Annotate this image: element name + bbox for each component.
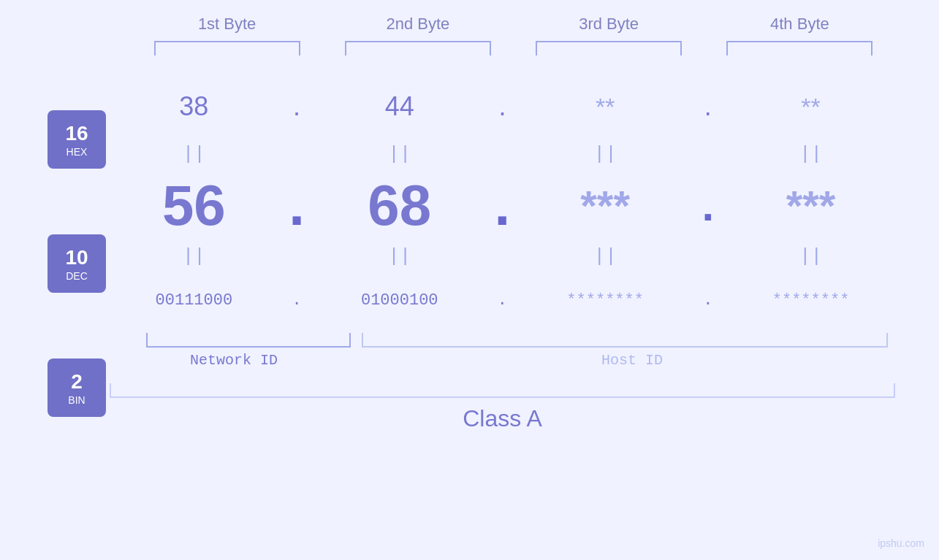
bracket-2	[345, 41, 491, 55]
host-id-label: Host ID	[369, 352, 895, 369]
bracket-bottom-host	[362, 333, 888, 348]
equals-row-1: || || || ||	[110, 139, 895, 169]
byte-labels-row: 1st Byte 2nd Byte 3rd Byte 4th Byte	[44, 15, 895, 34]
hex-value-3: **	[525, 93, 685, 121]
bin-value-4: ********	[731, 291, 892, 310]
dec-dot-2: .	[487, 172, 517, 239]
id-labels-container: Network ID Host ID	[110, 352, 895, 369]
hex-badge-number: 16	[65, 121, 88, 146]
hex-badge-text: HEX	[66, 146, 88, 158]
bracket-1	[154, 41, 300, 55]
bin-badge-number: 2	[71, 369, 83, 394]
bin-dot-3: .	[693, 291, 723, 310]
dec-value-3: ***	[525, 181, 685, 230]
dec-row: 56 . 68 . *** . ***	[110, 169, 895, 242]
main-container: 1st Byte 2nd Byte 3rd Byte 4th Byte 16 H…	[0, 0, 939, 560]
bin-value-1: 00111000	[113, 291, 274, 310]
byte-label-2: 2nd Byte	[338, 15, 498, 34]
bin-badge-text: BIN	[68, 394, 85, 406]
equals-4: ||	[731, 143, 892, 165]
class-bracket	[110, 383, 895, 398]
dec-badge: 10 DEC	[47, 234, 106, 293]
dec-value-4: ***	[731, 181, 892, 230]
bin-dot-1: .	[282, 291, 311, 310]
dec-badge-text: DEC	[66, 270, 88, 282]
bin-row: 00111000 . 01000100 . ******** .	[110, 271, 895, 329]
equals-2: ||	[319, 143, 480, 165]
bin-value-2: 01000100	[319, 291, 480, 310]
bracket-4	[726, 41, 873, 55]
hex-dot-3: .	[693, 91, 723, 122]
hex-value-4: **	[731, 93, 892, 121]
hex-dot-2: .	[487, 91, 517, 122]
byte-label-1: 1st Byte	[147, 15, 308, 34]
hex-dot-1: .	[282, 91, 311, 122]
bracket-bottom-network	[146, 333, 351, 348]
dec-dot-3: .	[693, 180, 723, 231]
equals-row-2: || || || ||	[110, 242, 895, 271]
equals-b3: ||	[525, 245, 685, 267]
class-label: Class A	[110, 405, 895, 432]
data-area: 38 . 44 . ** . **	[110, 70, 895, 432]
top-brackets-row	[44, 41, 895, 55]
hex-badge: 16 HEX	[47, 110, 106, 169]
equals-b4: ||	[731, 245, 892, 267]
hex-value-1: 38	[113, 91, 274, 122]
equals-b1: ||	[113, 245, 274, 267]
byte-label-4: 4th Byte	[719, 15, 880, 34]
bin-badge: 2 BIN	[47, 358, 106, 417]
hex-row: 38 . 44 . ** . **	[110, 74, 895, 139]
dec-value-2: 68	[319, 172, 480, 239]
bin-value-3: ********	[525, 291, 685, 310]
hex-value-2: 44	[319, 91, 480, 122]
bin-dot-2: .	[487, 291, 517, 310]
dec-badge-number: 10	[65, 245, 88, 270]
bracket-3	[536, 41, 682, 55]
byte-label-3: 3rd Byte	[528, 15, 689, 34]
dec-value-1: 56	[113, 172, 274, 239]
equals-1: ||	[113, 143, 274, 165]
equals-b2: ||	[319, 245, 480, 267]
equals-3: ||	[525, 143, 685, 165]
main-content: 16 HEX 10 DEC 2 BIN 38 .	[44, 70, 895, 545]
badges-column: 16 HEX 10 DEC 2 BIN	[44, 70, 110, 450]
watermark: ipshu.com	[878, 537, 924, 549]
network-id-label: Network ID	[110, 352, 358, 369]
bottom-brackets-container	[110, 333, 895, 348]
dec-dot-1: .	[282, 172, 311, 239]
